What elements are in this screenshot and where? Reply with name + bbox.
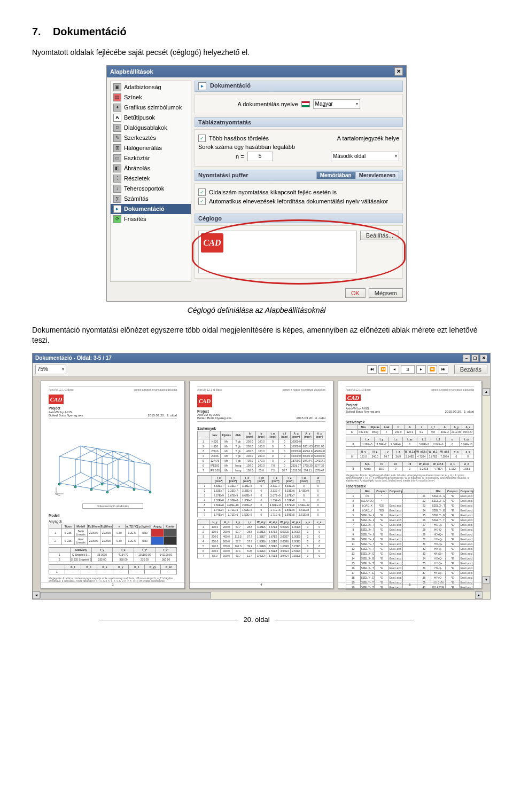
nav-prev-button[interactable]: ◂ [390,365,399,374]
sidebar-item-calc[interactable]: ∑Számítás [111,194,191,204]
buffer-disk-button[interactable]: Merevlemezen [355,171,399,179]
panel-header-buffer: Nyomtatási puffer Memóriában Merevlemeze… [195,170,403,181]
preview-titlebar: Dokumentáció - Oldal: 3-5 / 17 – ▢ ✕ [33,353,490,363]
sidebar-item-details[interactable]: ⋮Részletek [111,174,191,184]
preview-title: Dokumentáció - Oldal: 3-5 / 17 [35,355,112,361]
page-number: 4 [190,582,333,586]
svg-point-9 [90,488,92,491]
company-logo-icon: CAD [197,395,212,407]
toc-value: Második oldal [333,153,366,159]
nav-first-button[interactable]: ⏮ [367,365,377,374]
preview-page: AxisVM 12.1 r3 Baseugrani a régiek nyomt… [338,381,482,589]
sections-p5-table4: S.p.r1r2r3W_el1,bW_el2,bα_1α_2 8Kerek15.… [346,461,474,471]
lang-dropdown[interactable]: Magyar [313,99,360,109]
nav-last-button[interactable]: ⏭ [439,365,448,374]
settings-sidebar: ▣Adatbiztonság ▤Színek ✦Grafikus szimból… [110,81,191,282]
project-file: Bolted Butts Nyereg.axs [49,414,83,417]
print-preview-window: Dokumentáció - Oldal: 3-5 / 17 – ▢ ✕ 75%… [32,353,491,600]
horizontal-scrollbar[interactable] [33,591,490,599]
window-icon: ⌑ [113,124,121,132]
logo-settings-button[interactable]: Beállítás... [360,231,399,240]
figure1-caption: Céglogó definiálása az Alapbeállításokná… [32,306,481,314]
page-footer: 20. oldal [32,616,481,624]
company-logo-icon: CAD [49,395,64,405]
buffer-memory-button[interactable]: Memóriában [316,171,355,179]
wireframe-caption: Dokumentáció áttekintés [82,503,143,509]
zoom-dropdown[interactable]: 75% [35,365,66,374]
section-title: Dokumentáció [53,26,127,37]
sections-note: Megjegyzés: Eljárás: Egyéb=egyéb alakú, … [346,475,474,483]
pagenumber-label: Oldalszám nyomtatása kikapcsolt fejléc e… [209,189,337,195]
cancel-button[interactable]: Mégsem [369,288,403,298]
section-modell: Modell [49,514,177,517]
lang-value: Magyar [315,101,333,107]
project-name: AxisVM by AXIS [49,411,177,414]
company-logo-icon: CAD [346,395,361,401]
buffer-toggle[interactable]: Memóriában Merevlemezen [316,171,399,179]
zoom-value: 75% [37,366,48,372]
rows-label: Sorok száma egy hasábban legalább [198,144,295,150]
project-file: Bolted Butts Nyereg.axs [197,416,231,420]
page-number-input[interactable]: 3 [401,365,415,374]
svg-line-15 [55,494,60,496]
multi-column-checkbox[interactable]: ✓ [198,135,206,142]
panel-header-tableprint: Táblázatnyomtatás [195,117,403,127]
sidebar-item-display[interactable]: ◧Ábrázolás [111,163,191,174]
sidebar-item-documentation[interactable]: ▸Dokumentáció [111,204,191,214]
sidebar-item-mesh[interactable]: ⊞Hálógenerálás [111,143,191,153]
sidebar-item-label: Tehercsoportok [124,185,164,192]
toc-dropdown[interactable]: Második oldal [331,152,399,161]
ok-button[interactable]: OK [345,288,366,298]
sidebar-item-label: Dokumentáció [124,206,165,212]
panel-header-documentation: ▸ Dokumentáció [195,81,403,92]
autotranslate-checkbox[interactable]: ✓ [198,198,206,205]
wireframe-3d-view [49,424,177,499]
sidebar-item-loads[interactable]: ↓Tehercsoportok [111,184,191,194]
footer-pagenum: 20. oldal [243,616,269,624]
materials-fy-table: Szabványf_yf_uf_y*f_u* 1C Szigetelt S...… [49,547,177,562]
n-input[interactable]: 5 [247,152,273,161]
sidebar-item-symbols[interactable]: ✦Grafikus szimbólumok [111,103,191,113]
n-value: 5 [259,153,262,159]
sidebar-item-toolbar[interactable]: ▭Eszköztár [111,153,191,163]
maximize-icon[interactable]: ▢ [471,354,479,362]
sidebar-item-security[interactable]: ▣Adatbiztonság [111,82,191,92]
company-logo-icon: CAD [201,233,223,253]
project-file: Bolted Butts Nyereg.axs [346,410,380,414]
close-icon[interactable]: ✕ [480,354,487,362]
sidebar-item-fonts[interactable]: ABetűtípusok [111,113,191,123]
date: 2015.03.20. [445,410,462,413]
panel-header-label: Dokumentáció [210,82,251,89]
svg-point-5 [58,483,60,485]
minimize-icon[interactable]: – [463,354,470,362]
project-label: Project [346,403,474,407]
sidebar-item-dialogs[interactable]: ⌑Dialógusablakok [111,123,191,133]
nav-next-button[interactable]: ▸ [416,365,426,374]
materials-table: TípusModellE₁ [N/mm²]E₂ [N/mm²]να_T[1/°C… [49,524,177,545]
mesh-icon: ⊞ [113,144,121,152]
nav-prev-fast-button[interactable]: ⏪ [378,365,388,374]
svg-point-10 [133,488,135,491]
svg-point-6 [101,483,103,485]
svg-point-12 [149,491,151,493]
sidebar-item-update[interactable]: ⟳Frissítés [111,214,191,224]
svg-point-11 [106,491,108,493]
font-icon: A [113,114,121,122]
close-preview-button[interactable]: Bezárás [454,365,487,374]
nav-next-fast-button[interactable]: ⏩ [428,365,437,374]
project-label: Project [49,406,177,410]
sidebar-item-editing[interactable]: ✎Szerkesztés [111,133,191,143]
sidebar-item-label: Eszköztár [124,155,150,161]
scrollbar-corner [482,592,490,599]
buffer-section: ✓ Oldalszám nyomtatása kikapcsolt fejléc… [195,183,403,210]
vertical-scrollbar[interactable] [482,388,490,584]
close-icon[interactable]: ✕ [394,67,403,76]
materials-k-table: K_tK_cK_sK_yK_zK_yyK_zz 1——————— [49,564,177,574]
sidebar-item-colors[interactable]: ▤Színek [111,92,191,103]
sidebar-item-label: Részletek [124,175,150,182]
pagenumber-checkbox[interactable]: ✓ [198,188,206,196]
toolbar-icon: ▭ [113,154,121,162]
scrollbar-thumb[interactable] [40,592,211,598]
section-szelvenyek: Szelvények [346,420,474,424]
symbol-icon: ✦ [113,104,121,112]
